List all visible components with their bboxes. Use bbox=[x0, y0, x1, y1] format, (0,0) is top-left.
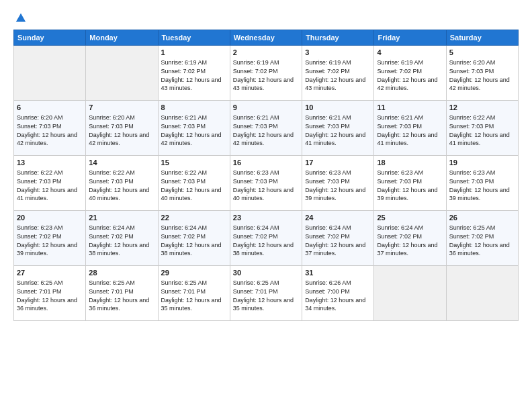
calendar-cell bbox=[374, 266, 446, 321]
calendar-table: SundayMondayTuesdayWednesdayThursdayFrid… bbox=[13, 30, 519, 321]
day-number: 16 bbox=[233, 158, 299, 168]
day-number: 25 bbox=[377, 213, 443, 223]
sunset-text: Sunset: 7:03 PM bbox=[377, 178, 422, 185]
sunset-text: Sunset: 7:03 PM bbox=[89, 178, 134, 185]
calendar-cell: 24Sunrise: 6:24 AMSunset: 7:02 PMDayligh… bbox=[302, 211, 374, 266]
calendar-cell: 15Sunrise: 6:22 AMSunset: 7:03 PMDayligh… bbox=[158, 156, 230, 211]
calendar-cell: 5Sunrise: 6:20 AMSunset: 7:03 PMDaylight… bbox=[446, 46, 518, 101]
day-number: 22 bbox=[161, 213, 227, 223]
sunset-text: Sunset: 7:01 PM bbox=[89, 288, 134, 295]
day-number: 3 bbox=[305, 48, 371, 58]
day-number: 18 bbox=[377, 158, 443, 168]
day-of-week-header: Thursday bbox=[302, 30, 374, 46]
sunrise-text: Sunrise: 6:25 AM bbox=[449, 224, 496, 231]
calendar-week-row: 6Sunrise: 6:20 AMSunset: 7:03 PMDaylight… bbox=[14, 101, 519, 156]
calendar-cell: 7Sunrise: 6:20 AMSunset: 7:03 PMDaylight… bbox=[86, 101, 158, 156]
calendar-cell: 14Sunrise: 6:22 AMSunset: 7:03 PMDayligh… bbox=[86, 156, 158, 211]
daylight-text: Daylight: 12 hours and 36 minutes. bbox=[17, 297, 77, 312]
daylight-text: Daylight: 12 hours and 39 minutes. bbox=[17, 242, 77, 257]
daylight-text: Daylight: 12 hours and 38 minutes. bbox=[233, 242, 294, 257]
sunrise-text: Sunrise: 6:23 AM bbox=[233, 169, 279, 176]
daylight-text: Daylight: 12 hours and 39 minutes. bbox=[305, 187, 365, 202]
sunrise-text: Sunrise: 6:26 AM bbox=[305, 279, 351, 286]
sunrise-text: Sunrise: 6:19 AM bbox=[377, 59, 423, 66]
calendar-header-row: SundayMondayTuesdayWednesdayThursdayFrid… bbox=[14, 30, 519, 46]
day-number: 23 bbox=[233, 213, 299, 223]
day-number: 10 bbox=[305, 103, 371, 113]
sunrise-text: Sunrise: 6:25 AM bbox=[17, 279, 63, 286]
sunrise-text: Sunrise: 6:19 AM bbox=[233, 59, 279, 66]
sunrise-text: Sunrise: 6:24 AM bbox=[233, 224, 279, 231]
day-number: 24 bbox=[305, 213, 371, 223]
calendar-cell: 9Sunrise: 6:21 AMSunset: 7:03 PMDaylight… bbox=[230, 101, 302, 156]
sunset-text: Sunset: 7:03 PM bbox=[17, 178, 62, 185]
day-number: 27 bbox=[17, 268, 83, 278]
day-number: 28 bbox=[89, 268, 154, 278]
day-number: 17 bbox=[305, 158, 371, 168]
calendar-page: SundayMondayTuesdayWednesdayThursdayFrid… bbox=[0, 0, 532, 411]
sunrise-text: Sunrise: 6:22 AM bbox=[89, 169, 135, 176]
daylight-text: Daylight: 12 hours and 40 minutes. bbox=[161, 187, 222, 202]
sunrise-text: Sunrise: 6:22 AM bbox=[449, 114, 496, 121]
svg-marker-0 bbox=[16, 13, 26, 22]
calendar-week-row: 1Sunrise: 6:19 AMSunset: 7:02 PMDaylight… bbox=[14, 46, 519, 101]
sunrise-text: Sunrise: 6:20 AM bbox=[17, 114, 63, 121]
day-number: 2 bbox=[233, 48, 299, 58]
calendar-week-row: 13Sunrise: 6:22 AMSunset: 7:03 PMDayligh… bbox=[14, 156, 519, 211]
sunset-text: Sunset: 7:03 PM bbox=[377, 123, 422, 130]
sunrise-text: Sunrise: 6:21 AM bbox=[233, 114, 279, 121]
daylight-text: Daylight: 12 hours and 43 minutes. bbox=[233, 77, 294, 92]
calendar-cell: 11Sunrise: 6:21 AMSunset: 7:03 PMDayligh… bbox=[374, 101, 446, 156]
calendar-cell: 4Sunrise: 6:19 AMSunset: 7:02 PMDaylight… bbox=[374, 46, 446, 101]
calendar-cell: 28Sunrise: 6:25 AMSunset: 7:01 PMDayligh… bbox=[86, 266, 158, 321]
sunrise-text: Sunrise: 6:22 AM bbox=[17, 169, 63, 176]
calendar-cell bbox=[446, 266, 518, 321]
sunrise-text: Sunrise: 6:22 AM bbox=[161, 169, 208, 176]
calendar-cell bbox=[14, 46, 86, 101]
sunset-text: Sunset: 7:00 PM bbox=[305, 288, 350, 295]
daylight-text: Daylight: 12 hours and 42 minutes. bbox=[449, 77, 510, 92]
calendar-cell: 21Sunrise: 6:24 AMSunset: 7:02 PMDayligh… bbox=[86, 211, 158, 266]
day-number: 11 bbox=[377, 103, 443, 113]
day-of-week-header: Monday bbox=[86, 30, 158, 46]
calendar-cell: 2Sunrise: 6:19 AMSunset: 7:02 PMDaylight… bbox=[230, 46, 302, 101]
sunrise-text: Sunrise: 6:21 AM bbox=[377, 114, 423, 121]
daylight-text: Daylight: 12 hours and 40 minutes. bbox=[233, 187, 294, 202]
sunrise-text: Sunrise: 6:21 AM bbox=[305, 114, 351, 121]
sunset-text: Sunset: 7:02 PM bbox=[377, 233, 422, 240]
sunset-text: Sunset: 7:02 PM bbox=[377, 68, 422, 75]
sunrise-text: Sunrise: 6:24 AM bbox=[89, 224, 135, 231]
sunset-text: Sunset: 7:03 PM bbox=[449, 123, 494, 130]
calendar-cell: 29Sunrise: 6:25 AMSunset: 7:01 PMDayligh… bbox=[158, 266, 230, 321]
calendar-week-row: 27Sunrise: 6:25 AMSunset: 7:01 PMDayligh… bbox=[14, 266, 519, 321]
sunset-text: Sunset: 7:02 PM bbox=[233, 233, 278, 240]
daylight-text: Daylight: 12 hours and 34 minutes. bbox=[305, 297, 365, 312]
day-number: 15 bbox=[161, 158, 227, 168]
day-number: 4 bbox=[377, 48, 443, 58]
daylight-text: Daylight: 12 hours and 37 minutes. bbox=[377, 242, 437, 257]
calendar-cell: 17Sunrise: 6:23 AMSunset: 7:03 PMDayligh… bbox=[302, 156, 374, 211]
sunrise-text: Sunrise: 6:25 AM bbox=[233, 279, 279, 286]
sunset-text: Sunset: 7:03 PM bbox=[449, 178, 494, 185]
daylight-text: Daylight: 12 hours and 38 minutes. bbox=[161, 242, 222, 257]
daylight-text: Daylight: 12 hours and 42 minutes. bbox=[89, 132, 149, 147]
calendar-cell: 26Sunrise: 6:25 AMSunset: 7:02 PMDayligh… bbox=[446, 211, 518, 266]
sunset-text: Sunset: 7:02 PM bbox=[305, 233, 350, 240]
sunset-text: Sunset: 7:03 PM bbox=[233, 178, 278, 185]
logo-text bbox=[13, 12, 27, 24]
day-number: 8 bbox=[161, 103, 227, 113]
day-number: 26 bbox=[449, 213, 515, 223]
day-number: 19 bbox=[449, 158, 515, 168]
day-of-week-header: Wednesday bbox=[230, 30, 302, 46]
logo bbox=[13, 12, 27, 24]
calendar-cell: 3Sunrise: 6:19 AMSunset: 7:02 PMDaylight… bbox=[302, 46, 374, 101]
sunrise-text: Sunrise: 6:25 AM bbox=[89, 279, 135, 286]
calendar-week-row: 20Sunrise: 6:23 AMSunset: 7:02 PMDayligh… bbox=[14, 211, 519, 266]
day-of-week-header: Saturday bbox=[446, 30, 518, 46]
daylight-text: Daylight: 12 hours and 43 minutes. bbox=[305, 77, 365, 92]
header bbox=[13, 12, 519, 24]
calendar-cell: 30Sunrise: 6:25 AMSunset: 7:01 PMDayligh… bbox=[230, 266, 302, 321]
calendar-cell: 6Sunrise: 6:20 AMSunset: 7:03 PMDaylight… bbox=[14, 101, 86, 156]
sunset-text: Sunset: 7:01 PM bbox=[17, 288, 62, 295]
daylight-text: Daylight: 12 hours and 41 minutes. bbox=[305, 132, 365, 147]
